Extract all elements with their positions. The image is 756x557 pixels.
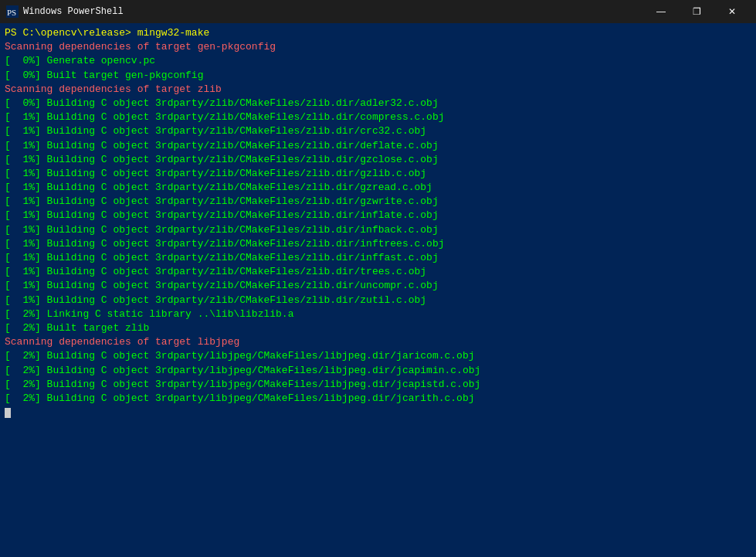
terminal-line: [ 1%] Building C object 3rdparty/zlib/CM…	[5, 167, 751, 181]
terminal-line: [ 2%] Built target zlib	[5, 321, 751, 335]
terminal-line: PS C:\opencv\release> mingw32-make	[5, 26, 751, 40]
terminal-line: Scanning dependencies of target zlib	[5, 83, 751, 97]
terminal-line: [ 2%] Building C object 3rdparty/libjpeg…	[5, 378, 751, 392]
cursor	[5, 408, 11, 418]
terminal-output: PS C:\opencv\release> mingw32-makeScanni…	[0, 23, 756, 557]
terminal-line: [ 1%] Building C object 3rdparty/zlib/CM…	[5, 279, 751, 293]
window-controls: — ❐ ✕	[643, 0, 750, 23]
terminal-line: [ 1%] Building C object 3rdparty/zlib/CM…	[5, 237, 751, 251]
app-icon: PS	[6, 5, 19, 18]
title-bar: PS Windows PowerShell — ❐ ✕	[0, 0, 756, 23]
terminal-line: [ 1%] Building C object 3rdparty/zlib/CM…	[5, 153, 751, 167]
terminal-line: [ 1%] Building C object 3rdparty/zlib/CM…	[5, 294, 751, 307]
svg-text:PS: PS	[7, 8, 16, 17]
terminal-line: [ 2%] Building C object 3rdparty/libjpeg…	[5, 364, 751, 378]
maximize-button[interactable]: ❐	[679, 0, 714, 23]
terminal-line: [ 1%] Building C object 3rdparty/zlib/CM…	[5, 223, 751, 237]
terminal-line: [ 1%] Building C object 3rdparty/zlib/CM…	[5, 139, 751, 153]
terminal-line: [ 1%] Building C object 3rdparty/zlib/CM…	[5, 209, 751, 222]
terminal-line: [ 0%] Building C object 3rdparty/zlib/CM…	[5, 97, 751, 110]
cursor-line	[5, 406, 751, 419]
minimize-button[interactable]: —	[643, 0, 679, 23]
terminal-line: [ 2%] Linking C static library ..\lib\li…	[5, 307, 751, 321]
terminal-line: [ 1%] Building C object 3rdparty/zlib/CM…	[5, 195, 751, 209]
terminal-line: [ 2%] Building C object 3rdparty/libjpeg…	[5, 349, 751, 363]
terminal-line: [ 1%] Building C object 3rdparty/zlib/CM…	[5, 265, 751, 279]
terminal-line: [ 1%] Building C object 3rdparty/zlib/CM…	[5, 124, 751, 138]
terminal-line: [ 1%] Building C object 3rdparty/zlib/CM…	[5, 251, 751, 265]
terminal-line: [ 1%] Building C object 3rdparty/zlib/CM…	[5, 181, 751, 195]
terminal-line: Scanning dependencies of target gen-pkgc…	[5, 40, 751, 54]
close-button[interactable]: ✕	[714, 0, 750, 23]
window-title: Windows PowerShell	[23, 6, 643, 17]
terminal-line: [ 1%] Building C object 3rdparty/zlib/CM…	[5, 110, 751, 124]
terminal-line: [ 0%] Built target gen-pkgconfig	[5, 69, 751, 83]
terminal-line: [ 2%] Building C object 3rdparty/libjpeg…	[5, 392, 751, 406]
terminal-line: Scanning dependencies of target libjpeg	[5, 335, 751, 349]
terminal-line: [ 0%] Generate opencv.pc	[5, 54, 751, 68]
